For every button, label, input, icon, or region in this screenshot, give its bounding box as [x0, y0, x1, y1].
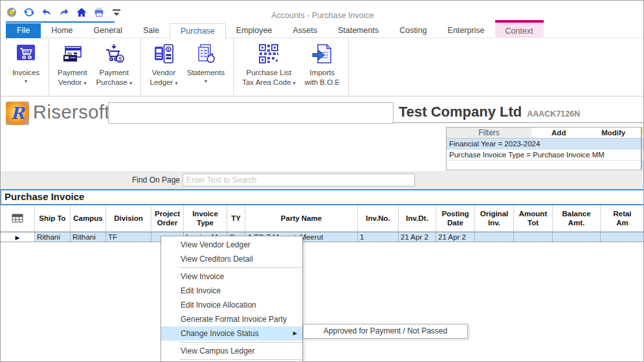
menu-item-view-invoice[interactable]: View Invoice: [161, 269, 302, 284]
tab-sale[interactable]: Sale: [133, 23, 170, 38]
ribbon-button-label: Purchase List Tax Area Code▾: [242, 68, 295, 87]
context-menu: View Vendor LedgerView Creditors DetailV…: [161, 236, 303, 362]
column-header-project-order[interactable]: Project Order: [151, 205, 184, 231]
ribbon-button-label: Payment Purchase▾: [96, 68, 132, 87]
column-header-original-inv[interactable]: Original Inv.: [475, 205, 514, 231]
print-icon[interactable]: [93, 6, 105, 19]
filters-header: Filters Add Modify: [447, 128, 641, 139]
column-header-division[interactable]: Division: [106, 205, 151, 231]
filter-row[interactable]: [447, 161, 641, 172]
ribbon-button-invoices[interactable]: Invoices▾: [7, 38, 45, 85]
dropdown-caret-icon: ▾: [175, 80, 177, 86]
row-cell-inv-dt: 21 Apr 2: [399, 232, 436, 242]
tab-assets[interactable]: Assets: [282, 23, 328, 38]
submenu-item-approved-for-payment[interactable]: Approved for Payment / Not Passed: [303, 324, 468, 339]
qat-underline: [6, 21, 115, 23]
menu-separator: [179, 267, 302, 268]
row-cell-division: TF: [106, 232, 151, 242]
menu-item-generate-format-invoice-party[interactable]: Generate Format Invoice Party: [161, 312, 302, 326]
tab-context[interactable]: Context: [495, 20, 544, 38]
risersoft-logo-icon: R: [6, 102, 29, 125]
payment-card-icon: [61, 42, 84, 65]
column-header-party-name[interactable]: Party Name: [245, 205, 358, 231]
filter-row[interactable]: Purchase Invoice Type = Purchase Invoice…: [447, 150, 641, 161]
ribbon-button-label: Imports with B.O.E: [305, 68, 340, 87]
quick-access-toolbar: [5, 6, 123, 19]
menu-separator: [179, 359, 302, 360]
column-header-balance-amt[interactable]: Balance Amt.: [553, 205, 601, 231]
ribbon-group-2: $Vendor Ledger▾Statements▾: [141, 38, 234, 96]
column-header-amount-tot[interactable]: Amount Tot: [514, 205, 553, 231]
find-on-page-bar: Find On Page: [1, 171, 644, 189]
refresh-icon[interactable]: [23, 6, 36, 19]
cart-coin-icon: $: [102, 42, 126, 65]
ribbon-button-statements[interactable]: Statements▾: [183, 38, 229, 85]
column-header-campus[interactable]: Campus: [71, 205, 106, 231]
column-header-ty[interactable]: TY: [227, 205, 245, 231]
menu-item-edit-invoice-allocation[interactable]: Edit Invoice Allocation: [161, 298, 302, 312]
row-selector-arrow-icon: ▶: [16, 234, 20, 241]
grid-selector-header[interactable]: [1, 205, 35, 231]
ribbon-button-purchase-list-tax-area-code[interactable]: Purchase List Tax Area Code▾: [238, 38, 300, 89]
row-cell-posting-date: 21 Apr 2: [436, 232, 475, 242]
ribbon-button-label: Payment Vendor▾: [58, 68, 87, 87]
undo-icon[interactable]: [40, 6, 53, 19]
tab-purchase[interactable]: Purchase: [170, 23, 226, 39]
home-icon[interactable]: [75, 6, 88, 19]
ribbon-button-label: Statements: [187, 68, 225, 78]
section-title: Purchase Invoice: [1, 189, 644, 205]
tab-statements[interactable]: Statements: [328, 23, 389, 38]
menu-item-view-vendor-ledger[interactable]: View Vendor Ledger: [161, 238, 302, 252]
svg-text:$: $: [118, 56, 122, 62]
menu-item-edit-invoice[interactable]: Edit Invoice: [161, 284, 302, 298]
redo-icon[interactable]: [58, 6, 71, 19]
import-doc-icon: [311, 42, 334, 65]
row-cell-balance-amt: [553, 232, 601, 242]
dropdown-caret-icon: ▾: [83, 80, 86, 86]
submenu-arrow-icon: ▶: [293, 326, 297, 341]
filter-row[interactable]: Financial Year = 2023-2024: [447, 139, 641, 150]
brand-name: Risersoft: [33, 102, 110, 123]
find-on-page-input[interactable]: [183, 174, 415, 187]
row-cell-ship-to: Rithani: [35, 232, 71, 242]
ribbon-button-label: Invoices: [12, 68, 39, 78]
column-header-retai-am[interactable]: Retai Am: [601, 205, 644, 231]
tab-file[interactable]: File: [6, 23, 41, 38]
tab-costing[interactable]: Costing: [389, 23, 437, 38]
ribbon-button-imports-with-b-o-e[interactable]: Imports with B.O.E: [300, 38, 344, 89]
tab-employee[interactable]: Employee: [226, 23, 283, 38]
row-cell-campus: Rithani: [71, 232, 106, 242]
column-header-inv-dt[interactable]: Inv.Dt.: [399, 205, 436, 231]
row-cell-original-inv: [475, 232, 514, 242]
cart-icon: [14, 42, 38, 65]
filters-add-button[interactable]: Add: [531, 128, 586, 138]
vendor-ledger-icon: $: [152, 42, 175, 65]
app-icon[interactable]: [5, 6, 18, 19]
ribbon-button-payment-vendor[interactable]: Payment Vendor▾: [53, 38, 91, 89]
column-header-posting-date[interactable]: Posting Date: [436, 205, 475, 231]
filters-modify-button[interactable]: Modify: [586, 128, 641, 138]
tab-enterprise[interactable]: Enterprise: [438, 23, 495, 38]
ribbon-button-vendor-ledger[interactable]: $Vendor Ledger▾: [145, 38, 183, 89]
qat-dropdown-icon[interactable]: [110, 6, 123, 19]
company-name: Test Company Ltd: [399, 104, 522, 120]
row-selector-cell[interactable]: ▶: [1, 232, 35, 242]
company-code: AAACK7126N: [527, 109, 580, 119]
tab-general[interactable]: General: [83, 23, 133, 38]
tab-home[interactable]: Home: [41, 23, 83, 38]
grid-header-row: Ship ToCampusDivisionProject OrderInvoic…: [1, 205, 644, 232]
column-header-inv-no[interactable]: Inv.No.: [358, 205, 399, 231]
ribbon-button-payment-purchase[interactable]: $Payment Purchase▾: [91, 38, 137, 89]
menu-item-view-campus-ledger[interactable]: View Campus Ledger: [161, 344, 302, 358]
column-header-ship-to[interactable]: Ship To: [35, 205, 71, 231]
table-row[interactable]: ▶RithaniRithaniTFInvoice MOA TO Z Meerut…: [1, 232, 644, 242]
menu-item-change-invoice-status[interactable]: Change Invoice Status▶: [161, 326, 302, 341]
qr-code-icon: [257, 42, 280, 65]
row-cell-amount-tot: [514, 232, 553, 242]
dropdown-caret-icon: ▾: [129, 80, 132, 86]
ribbon-tab-strip: FileHomeGeneralSalePurchaseEmployeeAsset…: [1, 23, 644, 38]
ribbon-group-3: Purchase List Tax Area Code▾Imports with…: [234, 38, 349, 96]
dropdown-caret-icon: ▾: [205, 78, 207, 84]
column-header-invoice-type[interactable]: Invoice Type: [184, 205, 227, 231]
menu-item-view-creditors-detail[interactable]: View Creditors Detail: [161, 252, 302, 266]
